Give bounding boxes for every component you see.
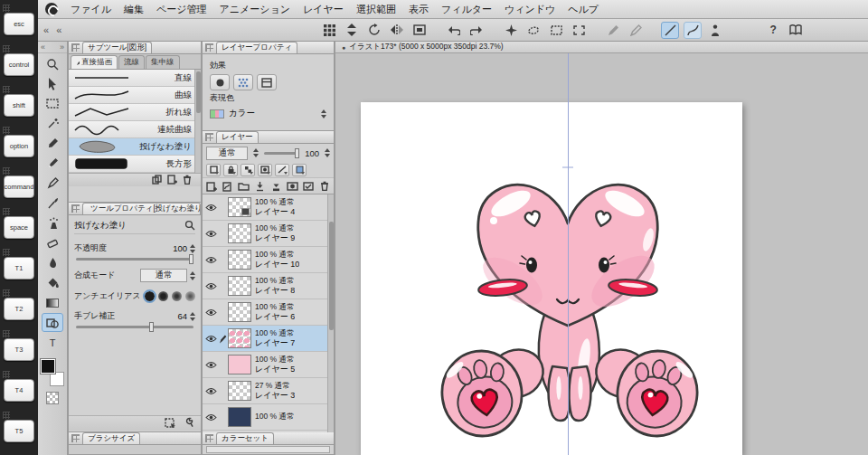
panel-menu-icon[interactable] [205, 43, 213, 52]
shortcut-key-T1[interactable]: T1 [4, 257, 34, 280]
tool-property-tab[interactable]: ツールプロパティ[投げなわ塗り] [82, 203, 201, 214]
fit-screen-icon[interactable] [410, 22, 429, 39]
enable-mask-icon[interactable] [258, 164, 272, 176]
menu-item-3[interactable]: アニメーション [220, 3, 291, 16]
shortcut-key-T2[interactable]: T2 [4, 298, 34, 320]
transparent-color-swatch[interactable] [46, 392, 59, 404]
create-layer-mask-icon[interactable] [286, 180, 298, 193]
clip-studio-logo-icon[interactable] [45, 3, 58, 15]
clear-sparkle-icon[interactable] [502, 22, 520, 39]
merge-down-icon[interactable] [270, 180, 283, 193]
layer-opacity-slider[interactable] [264, 152, 299, 155]
stabilization-stepper[interactable] [190, 312, 195, 321]
layer-thumbnail[interactable] [228, 302, 251, 322]
new-vector-layer-icon[interactable] [222, 180, 234, 193]
tone-effect-icon[interactable] [233, 74, 253, 90]
fill-tool-icon[interactable] [42, 273, 63, 292]
panel-menu-icon[interactable] [205, 434, 213, 442]
subtool-panel-tab[interactable]: サブツール[図形] [82, 42, 152, 53]
layer-blend-dropdown[interactable]: 通常 [206, 147, 248, 160]
redo-icon[interactable] [467, 22, 486, 39]
layer-row-1[interactable]: 100 % 通常レイヤー 9 [203, 221, 334, 247]
subtool-item-5[interactable]: 長方形 [69, 156, 201, 173]
expression-color-value[interactable]: カラー [229, 108, 255, 119]
crop-marks-icon[interactable] [570, 22, 588, 39]
layer-property-tab[interactable]: レイヤープロパティ [216, 42, 297, 53]
layer-thumbnail[interactable] [228, 355, 251, 374]
visibility-eye-icon[interactable] [204, 230, 218, 238]
menu-item-2[interactable]: ページ管理 [156, 3, 207, 16]
toolbar-collapse-icon[interactable]: « [41, 43, 45, 52]
zoom-stepper-icon[interactable] [343, 22, 361, 39]
subtool-detail-magnifier-icon[interactable] [184, 218, 195, 234]
materials-book-icon[interactable] [787, 22, 805, 39]
subtool-item-4[interactable]: 投げなわ塗り [69, 138, 201, 156]
layer-thumbnail[interactable] [228, 250, 251, 270]
layer-color-icon[interactable] [292, 164, 307, 176]
antialias-weak-icon[interactable] [158, 291, 168, 301]
zoom-tool-icon[interactable] [42, 54, 63, 73]
color-set-tab[interactable]: カラーセット [216, 432, 274, 444]
visibility-eye-icon[interactable] [204, 335, 218, 343]
panel-menu-icon[interactable] [71, 43, 80, 52]
opacity-stepper[interactable] [190, 244, 195, 253]
sub-color-swatch[interactable] [50, 372, 64, 386]
figure-tool-icon[interactable] [42, 313, 63, 332]
layer-row-3[interactable]: 100 % 通常レイヤー 8 [203, 273, 334, 299]
shortcut-key-control[interactable]: control [4, 53, 34, 76]
menu-item-9[interactable]: ヘルプ [568, 3, 599, 16]
subtool-item-3[interactable]: 連続曲線 [69, 121, 201, 138]
color-set-dropdown[interactable] [206, 446, 330, 453]
canvas-page[interactable] [361, 102, 742, 455]
delete-subtool-icon[interactable] [183, 172, 192, 188]
lock-transparent-pixels-icon[interactable] [241, 164, 255, 176]
panel-menu-icon[interactable] [205, 133, 213, 141]
new-layer-folder-icon[interactable] [238, 180, 250, 193]
straight-line-snap-icon[interactable] [661, 22, 679, 39]
layer-list-scrollbar[interactable] [327, 194, 334, 432]
shortcut-key-command[interactable]: command [4, 175, 34, 198]
flip-canvas-icon[interactable] [388, 22, 406, 39]
workspace-grid-icon[interactable] [320, 22, 338, 39]
shortcut-key-esc[interactable]: esc [4, 13, 34, 35]
layer-thumbnail[interactable] [228, 197, 251, 217]
auto-select-wand-icon[interactable] [42, 114, 63, 133]
collapse-left-panel-icon-2[interactable]: « [56, 24, 61, 35]
border-effect-icon[interactable] [210, 74, 230, 90]
move-tool-icon[interactable] [42, 74, 63, 93]
shortcut-key-T5[interactable]: T5 [4, 420, 34, 442]
menu-item-0[interactable]: ファイル [71, 3, 111, 16]
visibility-eye-icon[interactable] [204, 413, 218, 422]
blend-mode-dropdown[interactable]: 通常 [140, 269, 187, 282]
visibility-eye-icon[interactable] [204, 387, 218, 395]
pencil-gray-icon[interactable] [604, 22, 622, 39]
main-color-swatch[interactable] [41, 359, 55, 374]
transfer-to-layer-icon[interactable] [254, 180, 267, 193]
visibility-eye-icon[interactable] [204, 204, 218, 212]
stabilization-slider[interactable] [76, 326, 193, 328]
layer-panel-tab[interactable]: レイヤー [216, 131, 259, 143]
layer-thumbnail[interactable] [228, 381, 251, 401]
layer-row-2[interactable]: 100 % 通常レイヤー 10 [203, 247, 334, 273]
subtool-tab-2[interactable]: 集中線 [146, 55, 180, 69]
curve-snap-icon[interactable] [684, 22, 702, 39]
eraser-tool-icon[interactable] [42, 233, 63, 252]
menu-item-4[interactable]: レイヤー [303, 3, 344, 16]
lasso-fill-icon[interactable] [524, 22, 542, 39]
help-icon[interactable]: ? [764, 22, 782, 39]
menu-item-6[interactable]: 表示 [409, 3, 429, 16]
subtool-tab-1[interactable]: 流線 [118, 55, 145, 69]
visibility-eye-icon[interactable] [204, 256, 218, 264]
panel-menu-icon[interactable] [71, 204, 80, 213]
symmetry-guide-line[interactable] [568, 53, 569, 455]
selection-tool-icon[interactable] [42, 94, 63, 113]
opacity-slider[interactable] [76, 258, 193, 261]
lock-layer-icon[interactable] [223, 164, 238, 176]
subtool-item-1[interactable]: 曲線 [69, 87, 201, 104]
expression-color-stepper[interactable] [321, 109, 326, 118]
layer-opacity-value[interactable]: 100 [305, 148, 319, 158]
layer-opacity-stepper[interactable] [325, 148, 330, 157]
ruler-range-icon[interactable] [275, 164, 289, 176]
layout-effect-icon[interactable] [257, 74, 277, 90]
brush-size-tab[interactable]: ブラシサイズ [82, 432, 140, 444]
